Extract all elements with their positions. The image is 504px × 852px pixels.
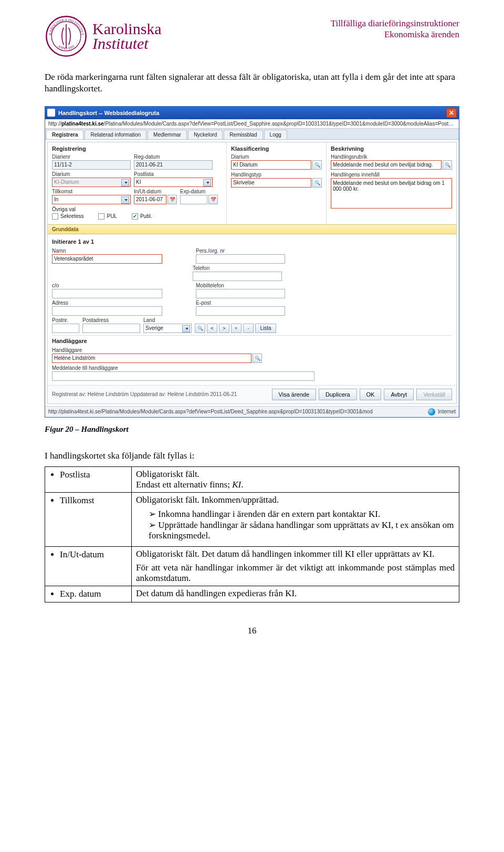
address-bar[interactable]: http://platina4test.ki.se/Platina/Module…: [45, 119, 459, 129]
telefon-field[interactable]: [193, 272, 282, 281]
adress-field[interactable]: [52, 306, 162, 316]
status-zone: Internet: [428, 408, 456, 415]
doc-category: Tillfälliga diarieföringsinstruktioner E…: [331, 18, 459, 40]
handlingens-innehall-field[interactable]: Meddelande med beslut om beviljat bidrag…: [331, 178, 452, 209]
brand-line2: Institutet: [92, 36, 162, 51]
handlingstyp-field[interactable]: Skrivelse: [231, 178, 311, 188]
tab-medlemmar[interactable]: Medlemmar: [148, 130, 187, 139]
diarium-select[interactable]: KI-Diarium: [52, 178, 131, 187]
initierare-heading: Initierare 1 av 1: [52, 238, 452, 245]
lista-button[interactable]: Lista: [255, 324, 276, 333]
sekretess-checkbox[interactable]: Sekretess: [52, 213, 83, 220]
window-icon: [47, 109, 55, 117]
klass-diarium-field[interactable]: KI Diarium: [231, 160, 311, 170]
postlista-select[interactable]: KI: [134, 178, 213, 187]
table-intro: I handlingskortet ska följande fält fyll…: [45, 451, 459, 461]
definitions-table: Postlista Obligatoriskt fält. Endast ett…: [45, 466, 459, 602]
search-icon[interactable]: 🔍: [195, 324, 205, 333]
tab-row: Registrera Relaterad information Medlemm…: [45, 129, 459, 140]
mobil-field[interactable]: [196, 289, 285, 298]
pul-checkbox[interactable]: PUL: [98, 213, 117, 220]
search-icon[interactable]: 🔍: [312, 160, 322, 170]
postadress-field[interactable]: [82, 324, 140, 333]
epost-field[interactable]: [196, 306, 285, 316]
ok-button[interactable]: OK: [360, 389, 382, 400]
handlingsrubrik-field[interactable]: Meddelande med beslut om beviljat bidrag…: [331, 160, 442, 170]
calendar-icon[interactable]: 📅: [208, 195, 218, 204]
diarienr-field: 11/11-2: [52, 160, 131, 170]
add-icon[interactable]: +: [231, 324, 242, 333]
exp-datum-field[interactable]: [180, 195, 207, 204]
verkstall-button: Verkställ: [416, 389, 452, 400]
namn-field[interactable]: Vetenskapsrådet: [52, 254, 162, 264]
tab-nyckelord[interactable]: Nyckelord: [188, 130, 223, 139]
search-icon[interactable]: 🔍: [253, 354, 262, 363]
close-icon[interactable]: ✕: [446, 108, 457, 118]
search-icon[interactable]: 🔍: [443, 160, 452, 170]
window-title: Handlingskort -- Webbsidedialogruta: [58, 110, 159, 116]
regdatum-field: 2011-06-21: [134, 160, 213, 170]
tillkomst-select[interactable]: In: [52, 195, 131, 204]
next-icon[interactable]: >: [219, 324, 229, 333]
brand-line1: Karolinska: [92, 22, 162, 37]
duplicera-button[interactable]: Duplicera: [319, 389, 356, 400]
seal-icon: KAROLINSKA INSTITUTET ANNO 1810: [45, 15, 88, 58]
prev-icon[interactable]: <: [207, 324, 217, 333]
group-klassificering: Klassificering: [231, 146, 322, 152]
co-field[interactable]: [52, 289, 162, 298]
handlaggare-heading: Handläggare: [52, 338, 452, 344]
page-number: 16: [45, 626, 459, 636]
remove-icon[interactable]: -: [243, 324, 254, 333]
intro-paragraph: De röda markeringarna runt fälten signal…: [45, 71, 459, 95]
calendar-icon[interactable]: 📅: [167, 195, 177, 204]
meddelande-field[interactable]: [52, 371, 314, 381]
figure-caption: Figur 20 – Handlingskort: [45, 425, 459, 434]
publ-checkbox[interactable]: ✔Publ.: [132, 213, 152, 220]
logo: KAROLINSKA INSTITUTET ANNO 1810 Karolins…: [45, 15, 162, 58]
persorg-field[interactable]: [196, 254, 285, 264]
visa-arende-button[interactable]: Visa ärende: [272, 389, 317, 400]
tab-registrera[interactable]: Registrera: [46, 130, 83, 139]
footer-meta: Registrerat av: Heléne Lindström Uppdate…: [52, 391, 237, 397]
globe-icon: [428, 408, 435, 415]
handlaggare-field[interactable]: Heléne Lindström: [52, 354, 251, 363]
search-icon[interactable]: 🔍: [312, 178, 322, 188]
subtab-grunddata[interactable]: Grunddata: [48, 224, 456, 234]
group-registrering: Registrering: [52, 146, 222, 152]
handlingskort-dialog: Handlingskort -- Webbsidedialogruta ✕ ht…: [45, 106, 459, 418]
tab-remissblad[interactable]: Remissblad: [224, 130, 262, 139]
tab-relaterad[interactable]: Relaterad information: [85, 130, 146, 139]
status-url: http://platina4test.ki.se/Platina/Module…: [48, 409, 373, 414]
land-select[interactable]: Sverige: [143, 324, 192, 333]
group-beskrivning: Beskrivning: [331, 146, 452, 152]
inut-datum-field[interactable]: 2011-06-07: [134, 195, 166, 204]
titlebar[interactable]: Handlingskort -- Webbsidedialogruta ✕: [45, 107, 459, 119]
tab-logg[interactable]: Logg: [264, 130, 287, 139]
avbryt-button[interactable]: Avbryt: [384, 389, 414, 400]
postnr-field[interactable]: [52, 324, 79, 333]
